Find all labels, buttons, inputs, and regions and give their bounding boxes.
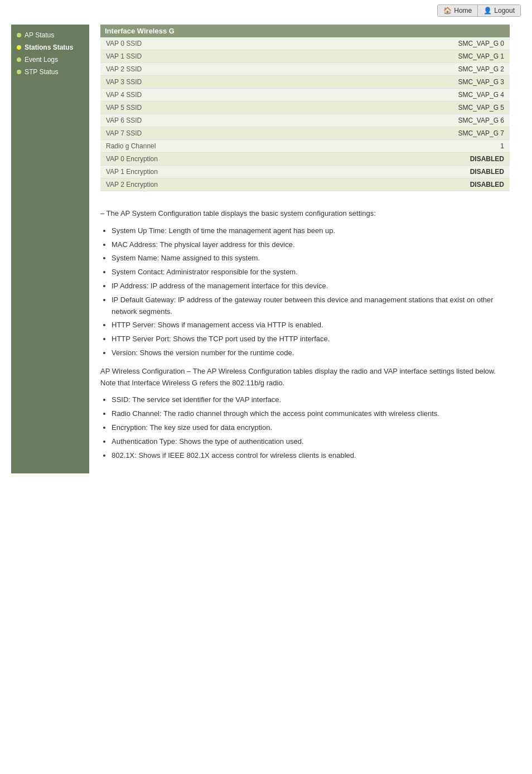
list-item: Version: Shows the version number for th… — [112, 347, 510, 359]
sidebar-label-ap-status: AP Status — [25, 31, 54, 39]
sidebar-dot-event-logs — [17, 57, 21, 62]
table-cell-label: VAP 0 SSID — [100, 37, 212, 50]
table-row: VAP 0 SSIDSMC_VAP_G 0 — [100, 37, 510, 50]
list-item: SSID: The service set identifier for the… — [112, 394, 510, 406]
sidebar-item-stp-status[interactable]: STP Status — [11, 66, 89, 78]
sidebar-dot-stations-status — [17, 45, 21, 50]
table-row: VAP 2 EncryptionDISABLED — [100, 178, 510, 191]
interface-title: Interface Wireless G — [100, 25, 510, 37]
table-row: Radio g Channel1 — [100, 140, 510, 153]
table-cell-value: SMC_VAP_G 1 — [212, 50, 510, 63]
wireless-list: SSID: The service set identifier for the… — [112, 394, 510, 461]
list-item: HTTP Server Port: Shows the TCP port use… — [112, 333, 510, 345]
ap-system-list: System Up Time: Length of time the manag… — [112, 225, 510, 359]
list-item: System Up Time: Length of time the manag… — [112, 225, 510, 237]
home-button[interactable]: 🏠 Home — [438, 5, 478, 16]
logout-icon: 👤 — [483, 7, 492, 14]
sidebar-label-stations-status: Stations Status — [25, 43, 73, 51]
list-item: 802.1X: Shows if IEEE 802.1X access cont… — [112, 450, 510, 462]
table-row: VAP 2 SSIDSMC_VAP_G 2 — [100, 63, 510, 76]
list-item: HTTP Server: Shows if management access … — [112, 320, 510, 331]
table-row: VAP 4 SSIDSMC_VAP_G 4 — [100, 89, 510, 101]
intro-text: – The AP System Configuration table disp… — [100, 209, 376, 217]
table-cell-value: 1 — [212, 140, 510, 153]
interface-section: Interface Wireless G VAP 0 SSIDSMC_VAP_G… — [100, 25, 510, 191]
main-layout: AP StatusStations StatusEvent LogsSTP St… — [0, 19, 532, 479]
table-cell-label: VAP 1 SSID — [100, 50, 212, 63]
sidebar-item-ap-status[interactable]: AP Status — [11, 29, 89, 41]
table-cell-label: VAP 1 Encryption — [100, 166, 212, 178]
logout-label: Logout — [494, 7, 515, 14]
table-cell-label: VAP 3 SSID — [100, 76, 212, 89]
sidebar-dot-stp-status — [17, 70, 21, 74]
table-cell-value: SMC_VAP_G 4 — [212, 89, 510, 101]
table-cell-label: VAP 2 Encryption — [100, 178, 212, 191]
sidebar-dot-ap-status — [17, 33, 21, 37]
sidebar-label-stp-status: STP Status — [25, 68, 58, 76]
table-cell-value: SMC_VAP_G 6 — [212, 114, 510, 127]
top-bar: 🏠 Home 👤 Logout — [0, 0, 532, 19]
logout-button[interactable]: 👤 Logout — [478, 5, 520, 16]
table-cell-label: VAP 7 SSID — [100, 127, 212, 140]
list-item: System Name: Name assigned to this syste… — [112, 253, 510, 264]
list-item: IP Address: IP address of the management… — [112, 280, 510, 292]
list-item: Radio Channel: The radio channel through… — [112, 408, 510, 420]
wireless-intro-text: AP Wireless Configuration – The AP Wirel… — [100, 367, 496, 387]
table-row: VAP 3 SSIDSMC_VAP_G 3 — [100, 76, 510, 89]
table-cell-label: VAP 4 SSID — [100, 89, 212, 101]
table-cell-value: DISABLED — [212, 153, 510, 166]
table-cell-label: VAP 6 SSID — [100, 114, 212, 127]
text-content: – The AP System Configuration table disp… — [100, 202, 510, 473]
table-cell-label: Radio g Channel — [100, 140, 212, 153]
table-row: VAP 1 SSIDSMC_VAP_G 1 — [100, 50, 510, 63]
list-item: System Contact: Administrator responsibl… — [112, 267, 510, 278]
table-cell-label: VAP 5 SSID — [100, 101, 212, 114]
table-cell-value: DISABLED — [212, 178, 510, 191]
table-cell-value: SMC_VAP_G 3 — [212, 76, 510, 89]
table-cell-value: SMC_VAP_G 7 — [212, 127, 510, 140]
table-cell-value: SMC_VAP_G 0 — [212, 37, 510, 50]
sidebar-label-event-logs: Event Logs — [25, 56, 58, 64]
table-row: VAP 6 SSIDSMC_VAP_G 6 — [100, 114, 510, 127]
sidebar-item-stations-status[interactable]: Stations Status — [11, 41, 89, 54]
list-item: IP Default Gateway: IP address of the ga… — [112, 294, 510, 318]
content-area: Interface Wireless G VAP 0 SSIDSMC_VAP_G… — [89, 25, 521, 473]
table-row: VAP 0 EncryptionDISABLED — [100, 153, 510, 166]
list-item: Encryption: The key size used for data e… — [112, 422, 510, 434]
table-cell-label: VAP 2 SSID — [100, 63, 212, 76]
table-cell-value: SMC_VAP_G 2 — [212, 63, 510, 76]
intro-paragraph: – The AP System Configuration table disp… — [100, 208, 510, 220]
home-label: Home — [454, 7, 472, 14]
table-cell-value: DISABLED — [212, 166, 510, 178]
table-row: VAP 7 SSIDSMC_VAP_G 7 — [100, 127, 510, 140]
table-row: VAP 1 EncryptionDISABLED — [100, 166, 510, 178]
home-icon: 🏠 — [443, 7, 452, 14]
table-cell-label: VAP 0 Encryption — [100, 153, 212, 166]
wireless-intro-paragraph: AP Wireless Configuration – The AP Wirel… — [100, 366, 510, 389]
table-cell-value: SMC_VAP_G 5 — [212, 101, 510, 114]
list-item: Authentication Type: Shows the type of a… — [112, 436, 510, 448]
top-bar-buttons: 🏠 Home 👤 Logout — [437, 4, 521, 17]
sidebar: AP StatusStations StatusEvent LogsSTP St… — [11, 25, 89, 473]
sidebar-item-event-logs[interactable]: Event Logs — [11, 54, 89, 66]
interface-table: VAP 0 SSIDSMC_VAP_G 0VAP 1 SSIDSMC_VAP_G… — [100, 37, 510, 191]
list-item: MAC Address: The physical layer address … — [112, 239, 510, 251]
table-row: VAP 5 SSIDSMC_VAP_G 5 — [100, 101, 510, 114]
